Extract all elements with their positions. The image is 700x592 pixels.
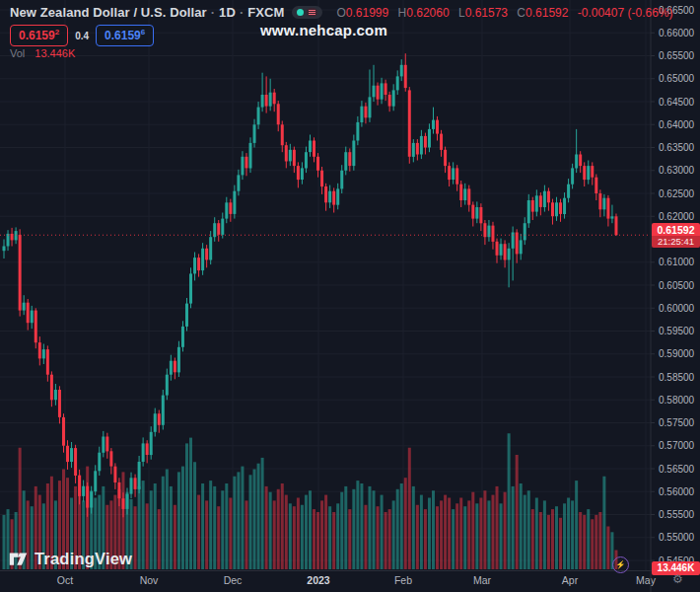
volume-bar [297,498,300,570]
candle-body [98,453,101,472]
volume-bar [392,500,395,569]
volume-bar [189,438,192,569]
volume-bar [373,490,376,569]
candle-body [420,136,423,155]
volume-bar [309,490,312,569]
last-price-label[interactable]: 0.61592 21:25:41 [652,223,700,248]
volume-bar [444,495,447,569]
candle-body [516,233,519,255]
candle-body [154,413,157,432]
candle-body [595,178,597,193]
axis-settings-gear-icon[interactable]: ⚙ [672,573,683,585]
candle-body [50,375,53,401]
candle-body [527,200,530,223]
volume-bar [527,490,530,569]
candle-body [436,120,439,134]
volume-bar [360,483,363,569]
spread-value: 0.4 [75,31,89,41]
candle-body [241,157,244,176]
candle-body [62,417,65,446]
candle-body [591,166,594,178]
exchange-label[interactable]: FXCM [247,5,284,20]
candle-body [471,205,474,219]
symbol-title[interactable]: New Zealand Dollar / U.S. Dollar [10,5,207,20]
volume-bar [305,495,308,569]
volume-bar [512,486,515,569]
candle-body [547,191,550,203]
candle-body [245,157,247,169]
volume-bar [233,477,236,569]
volume-bar [543,500,546,569]
volume-bar [420,495,423,569]
sell-button[interactable]: 0.61592 [10,25,68,46]
candle-body [94,471,97,491]
candle-body [146,443,149,455]
candle-body [201,249,204,270]
volume-bar [301,505,304,569]
volume-bar [595,515,597,569]
price-axis-label: 0.65500 [659,50,695,61]
volume-bar [197,495,200,569]
candle-body [377,86,380,100]
volume-bar [281,483,284,569]
tradingview-wordmark: TradingView [35,550,132,568]
candle-body [193,258,196,273]
candle-body [535,195,538,211]
candlestick-chart[interactable]: 0.665000.660000.655000.650000.645000.640… [0,0,700,592]
candle-body [42,349,45,358]
candle-body [23,303,26,311]
price-axis-label: 0.60500 [659,280,695,291]
volume-bar [428,498,431,570]
tradingview-logo-icon [8,549,29,569]
volume-bar [368,486,371,569]
candle-body [38,342,41,358]
volume-bar [487,500,490,569]
time-axis-label: Apr [562,574,579,586]
time-axis-label: Oct [57,574,73,586]
price-axis-label: 0.60000 [659,303,695,314]
time-axis-label: 2023 [307,574,330,586]
volume-bar [551,509,554,569]
tradingview-logo[interactable]: TradingView [8,549,132,569]
buy-button[interactable]: 0.61596 [96,25,154,46]
volume-label[interactable]: Vol [10,47,25,59]
volume-bar [587,509,590,569]
candle-body [448,166,451,180]
volume-bar [241,467,244,569]
volume-bar [249,475,252,569]
volume-bar [162,477,165,569]
volume-bar [381,495,384,569]
price-axis-label: 0.57500 [659,417,695,428]
candle-body [105,437,108,452]
candle-body [579,155,582,167]
volume-bar [273,500,276,569]
volume-bar [154,483,157,569]
candle-body [130,478,133,493]
volume-bar [134,506,137,569]
interval-label[interactable]: 1D [219,5,236,20]
candle-body [7,234,10,247]
candle-body [368,97,371,117]
candle-body [205,249,208,260]
volume-bar [313,509,315,569]
price-axis-label: 0.57000 [659,440,695,451]
candle-body [217,223,220,235]
volume-bar [579,512,582,569]
candle-body [551,202,554,216]
volume-bar [602,477,605,569]
stream-toggle[interactable] [292,6,322,19]
volume-bar [138,486,141,569]
volume-bar [575,481,578,569]
candle-body [344,152,347,171]
volume-bar [181,467,184,569]
candle-body [324,186,327,202]
candle-body [273,93,276,105]
volume-value: 13.446K [35,47,75,59]
volume-bar [432,490,435,569]
lightning-bolt-icon[interactable]: ⚡ [612,556,629,573]
candle-body [531,200,534,212]
separator-dot: · [211,5,215,20]
volume-bar [555,506,558,569]
volume-bar [424,509,427,569]
volume-bar [440,500,443,569]
